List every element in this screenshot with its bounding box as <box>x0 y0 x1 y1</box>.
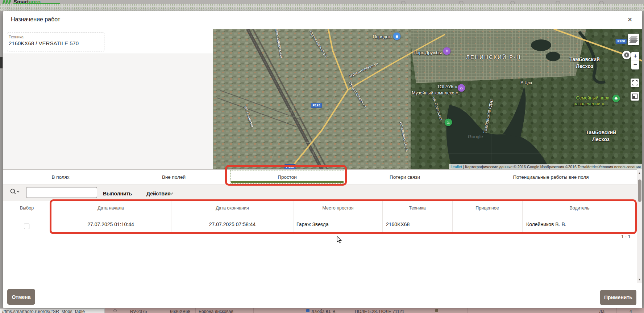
road-badge: P208 <box>615 39 627 44</box>
tech-field-value: 2160KX68 / VERSATILE 570 <box>9 40 79 46</box>
row-select-checkbox[interactable] <box>24 224 29 229</box>
place-label: Тамбовский <box>569 56 600 62</box>
tree-poi-icon[interactable]: ♣ <box>612 95 620 102</box>
pagination-label: 1 - 1 <box>573 234 631 239</box>
tab-label: Потенциальные работы вне поля <box>513 174 589 180</box>
leaflet-link[interactable]: Leaflet <box>450 165 462 169</box>
park-poi-icon[interactable]: ✳ <box>443 47 451 55</box>
road-badge: P193 <box>284 164 295 169</box>
tab-connection-losses[interactable]: Потери связи <box>345 170 465 184</box>
scroll-down-arrow[interactable]: ▼ <box>637 278 642 281</box>
column-header-end-date[interactable]: Дата окончания <box>171 206 294 211</box>
cell-idle-place: Гараж Звезда <box>296 221 329 227</box>
tab-label: В полях <box>51 174 69 180</box>
search-input[interactable] <box>26 187 97 198</box>
locate-control[interactable] <box>622 51 631 59</box>
road-badge: P193 <box>311 103 322 108</box>
execute-button[interactable]: Выполнить <box>103 191 132 196</box>
background-sidebar-fragment <box>0 57 3 68</box>
bg-cell: 4 <box>630 309 632 313</box>
zoom-in-button[interactable]: + <box>631 52 639 60</box>
actions-menu-button[interactable]: Действия <box>146 191 171 196</box>
header-row-border <box>3 217 637 217</box>
overlay-right-edge <box>642 11 644 313</box>
header-icon <box>556 1 560 4</box>
place-label: Парк Дружбы <box>414 50 442 55</box>
screen: Smartagro //fms.smartagro.ru/ords/#SR_st… <box>0 0 644 313</box>
cell-vehicle: 2160KX68 <box>386 221 410 227</box>
pagination-border <box>3 242 637 242</box>
park-label: развлечений «... <box>574 101 608 106</box>
cell-driver: Колейников В. В. <box>526 221 566 227</box>
tab-potential-works[interactable]: Потенциальные работы вне поля <box>465 170 637 184</box>
dialog-title: Назначение работ <box>11 16 60 23</box>
fullscreen-control[interactable] <box>631 79 639 87</box>
place-label: Лесхоз <box>592 136 610 142</box>
report-toolbar <box>3 185 637 201</box>
park-label: Семейный парк <box>576 96 609 101</box>
background-pattern-band <box>0 4 644 11</box>
column-header-select[interactable]: Выбор <box>3 206 50 211</box>
column-header-vehicle[interactable]: Техника <box>382 206 452 211</box>
scroll-up-arrow[interactable]: ▲ <box>637 172 642 175</box>
place-label: Тамбовский <box>586 130 616 135</box>
column-header-idle-place[interactable]: Место простоя <box>294 206 382 211</box>
park-poi-icon[interactable]: ♨ <box>445 119 452 126</box>
bg-cell: Да <box>599 309 604 313</box>
left-panel-body <box>3 54 213 169</box>
close-icon[interactable]: ✕ <box>626 16 634 24</box>
place-label: ТОГАУК « <box>437 84 457 89</box>
river-label: Р. Цна <box>520 80 532 85</box>
tab-label: Вне полей <box>162 174 186 180</box>
header-icon <box>401 1 406 4</box>
leaflet-map[interactable]: Железнодорожная Пролетарская ул. Лермонт… <box>213 29 642 169</box>
bg-cell: Дзюба Ю. В. <box>311 309 337 313</box>
column-header-start-date[interactable]: Дата начала <box>50 206 171 211</box>
layers-control[interactable] <box>628 34 639 45</box>
minimap-control[interactable] <box>631 92 639 101</box>
bg-cell: Борона дисковая <box>199 309 233 313</box>
search-icon[interactable] <box>9 188 21 197</box>
fullscreen-icon <box>631 79 639 87</box>
zoom-out-button[interactable]: − <box>631 60 639 69</box>
bg-cell: RV-2375 <box>130 309 147 313</box>
row-bottom-border <box>3 232 637 232</box>
region-tabs: В полях Вне полей Простои Потери связи П… <box>3 169 637 185</box>
apply-button[interactable]: Применить <box>600 290 636 305</box>
bg-cell: 6636ХВ68 <box>170 309 190 313</box>
tab-label: Потери связи <box>390 174 420 180</box>
table-top-border <box>3 201 637 201</box>
district-label: ЛЕНИНСКИЙ Р-Н <box>466 54 521 60</box>
column-header-trailer[interactable]: Прицепное <box>452 206 522 211</box>
info-icon <box>113 309 117 312</box>
place-label: Лесхоз <box>576 63 593 69</box>
tab-label: Простои <box>278 174 297 180</box>
overlay-left-edge <box>0 11 3 313</box>
google-watermark: Google <box>468 134 483 139</box>
bg-cell: ПОЛЕ 5.28, ПОЛЕ 71121 <box>355 309 404 313</box>
place-label: Порядок <box>373 34 390 39</box>
chevron-down-icon <box>169 192 173 195</box>
status-url-tooltip: //fms.smartagro.ru/ords/#SR_stops_table <box>0 308 105 313</box>
tab-idles[interactable]: Простои <box>230 170 345 184</box>
minimap-icon <box>631 92 639 101</box>
brand-leaf-icon <box>3 0 5 4</box>
brand-leaf-icon <box>8 0 11 4</box>
cancel-button[interactable]: Отмена <box>7 289 35 305</box>
tractor-icon <box>306 309 309 312</box>
locate-dot <box>626 54 627 56</box>
implement-icon <box>435 309 438 312</box>
tab-out-of-fields[interactable]: Вне полей <box>118 170 230 184</box>
active-tab-underline <box>231 181 344 183</box>
scrollbar-thumb[interactable] <box>638 179 641 202</box>
map-attribution: Leaflet | Картографические данные © 2016… <box>449 164 642 169</box>
cell-end-date: 27.07.2025 07:58:44 <box>171 221 294 227</box>
header-icon <box>459 1 464 4</box>
header-icon <box>599 1 604 4</box>
tab-in-fields[interactable]: В полях <box>3 170 118 184</box>
museum-poi-icon[interactable]: ⌂ <box>458 84 465 92</box>
content-scrollbar[interactable]: ▲ ▼ <box>637 169 642 283</box>
background-app-header: Smartagro <box>0 0 644 4</box>
shop-poi-icon[interactable]: ▪ <box>393 33 401 40</box>
column-header-driver[interactable]: Водитель <box>522 206 637 211</box>
